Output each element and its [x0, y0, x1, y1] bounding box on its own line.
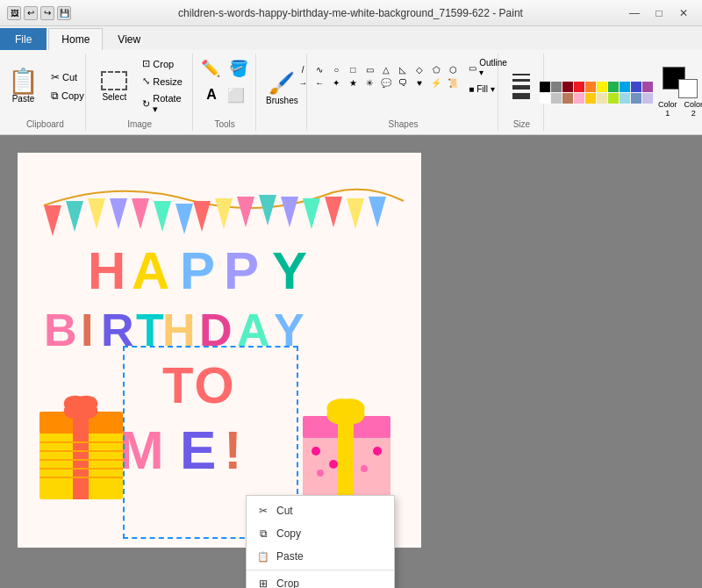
color-gold[interactable]: [585, 93, 596, 104]
redo-icon[interactable]: ↪: [40, 6, 54, 20]
size-line-3[interactable]: [512, 85, 530, 90]
tab-view[interactable]: View: [104, 28, 154, 50]
color-lavender[interactable]: [642, 93, 653, 104]
shape-tri[interactable]: △: [378, 63, 394, 75]
shape-oval[interactable]: ○: [328, 63, 344, 75]
color-darkred[interactable]: [562, 82, 573, 92]
birthday-illustration: H A P P Y B I R T H D A Y TO: [18, 153, 421, 548]
image-group: Select ⊡ Crop ⤡ Resize ↻ Rotate ▾: [88, 54, 193, 131]
save-icon[interactable]: 💾: [57, 6, 71, 20]
size-line-1[interactable]: [512, 74, 530, 75]
shape-star5[interactable]: ★: [345, 76, 361, 89]
rotate-button[interactable]: ↻ Rotate ▾: [138, 90, 187, 118]
color-lime[interactable]: [608, 93, 619, 104]
shape-bubble1[interactable]: 💬: [378, 76, 394, 89]
size-line-2[interactable]: [512, 79, 530, 82]
fill-button[interactable]: 🪣: [226, 55, 252, 82]
shape-bubble2[interactable]: 🗨: [395, 76, 411, 89]
ctx-cut[interactable]: ✂ Cut: [247, 499, 394, 522]
color-green[interactable]: [608, 82, 619, 92]
resize-icon: ⤡: [142, 75, 150, 87]
rotate-label: Rotate ▾: [153, 93, 183, 115]
brushes-label: Brushes: [266, 96, 298, 105]
pencil-button[interactable]: ✏️: [197, 55, 224, 82]
copy-button[interactable]: ⧉ Copy: [47, 87, 89, 104]
color2-label: Color 2: [684, 100, 702, 118]
text-button[interactable]: A: [201, 83, 222, 107]
rotate-icon: ↻: [142, 98, 150, 110]
undo-icon[interactable]: ↩: [24, 6, 38, 20]
clipboard-small-btns: ✂ Cut ⧉ Copy: [47, 68, 89, 104]
color-steelblue[interactable]: [631, 93, 641, 104]
size-label: Size: [513, 118, 530, 129]
tools-group: ✏️ 🪣 A ⬜ Tools: [195, 54, 256, 131]
shape-star4[interactable]: ✦: [328, 76, 344, 89]
select-label: Select: [102, 92, 126, 102]
crop-button[interactable]: ⊡ Crop: [138, 55, 187, 72]
color-white[interactable]: [540, 93, 550, 104]
tools-label: Tools: [214, 118, 234, 129]
color-yellow[interactable]: [597, 82, 607, 92]
ctx-crop-icon: ⊞: [257, 577, 269, 588]
shapes-label: Shapes: [389, 118, 419, 129]
svg-text:A: A: [237, 305, 271, 355]
minimize-button[interactable]: —: [623, 4, 646, 22]
color-red[interactable]: [574, 82, 584, 92]
shape-rrect[interactable]: ▭: [362, 63, 377, 75]
select-icon: [101, 71, 127, 90]
shape-line[interactable]: /: [295, 63, 311, 75]
resize-button[interactable]: ⤡ Resize: [138, 73, 187, 90]
color-gray1[interactable]: [551, 82, 562, 92]
fill-shapes-label: Fill ▾: [476, 84, 495, 94]
close-button[interactable]: ✕: [672, 4, 695, 22]
ctx-copy[interactable]: ⧉ Copy: [247, 522, 394, 545]
color-orange[interactable]: [585, 82, 596, 92]
shape-pent[interactable]: ⬠: [428, 63, 444, 75]
pencil-icon: ✏️: [201, 59, 220, 78]
color-darkblue[interactable]: [631, 82, 641, 92]
ctx-paste[interactable]: 📋 Paste: [247, 545, 394, 568]
svg-rect-36: [73, 412, 89, 499]
eraser-button[interactable]: ⬜: [224, 83, 248, 107]
shape-arrow-l[interactable]: ←: [312, 76, 327, 89]
ribbon: File Home View 📋 Paste ✂ Cut ⧉ Copy: [0, 26, 702, 135]
size-group: Size: [500, 54, 544, 131]
shape-scroll[interactable]: 📜: [445, 76, 461, 89]
shape-curve[interactable]: ∿: [312, 63, 327, 75]
shape-diam[interactable]: ◇: [412, 63, 427, 75]
shape-arrow-r[interactable]: →: [295, 76, 311, 89]
tab-file[interactable]: File: [0, 28, 47, 50]
ctx-sep-1: [247, 570, 394, 570]
fill-icon: 🪣: [229, 59, 248, 78]
color-pink[interactable]: [574, 93, 584, 104]
copy-icon: ⧉: [51, 90, 59, 102]
shape-star6[interactable]: ✳: [362, 76, 377, 89]
resize-label: Resize: [153, 76, 183, 87]
color-blue[interactable]: [620, 82, 630, 92]
shape-heart[interactable]: ♥: [412, 76, 427, 89]
svg-point-53: [361, 465, 368, 472]
size-line-4[interactable]: [512, 93, 530, 99]
paste-button[interactable]: 📋 Paste: [2, 65, 45, 108]
ctx-crop[interactable]: ⊞ Crop: [247, 572, 394, 588]
color-gray2[interactable]: [551, 93, 562, 104]
shape-rect[interactable]: □: [345, 63, 361, 75]
shape-hex[interactable]: ⬡: [445, 63, 461, 75]
tab-home[interactable]: Home: [48, 28, 103, 50]
svg-text:!: !: [224, 419, 244, 480]
svg-text:R: R: [101, 305, 135, 355]
color-cream[interactable]: [597, 93, 607, 104]
eraser-icon: ⬜: [227, 87, 245, 104]
color2-box[interactable]: [678, 79, 698, 98]
image-small-btns: ⊡ Crop ⤡ Resize ↻ Rotate ▾: [138, 55, 187, 118]
select-button[interactable]: Select: [92, 68, 136, 104]
color-black[interactable]: [540, 82, 550, 92]
color-lightblue[interactable]: [620, 93, 630, 104]
color-purple[interactable]: [642, 82, 653, 92]
maximize-button[interactable]: □: [648, 4, 670, 22]
shape-rtri[interactable]: ◺: [395, 63, 411, 75]
cut-button[interactable]: ✂ Cut: [47, 68, 89, 86]
image-canvas[interactable]: H A P P Y B I R T H D A Y TO: [18, 153, 421, 548]
color-brown[interactable]: [562, 93, 573, 104]
shape-lightning[interactable]: ⚡: [428, 76, 444, 89]
